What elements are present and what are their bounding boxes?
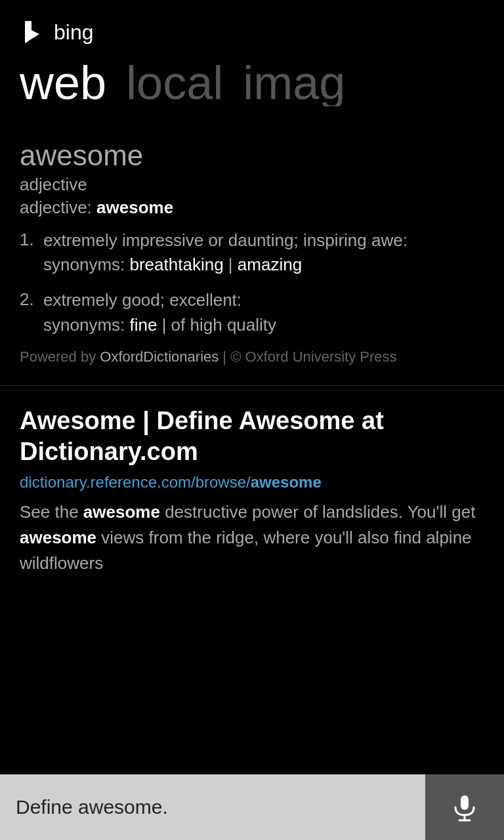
word-adjective-label: adjective: awesome bbox=[20, 198, 484, 218]
microphone-icon bbox=[450, 793, 479, 822]
definitions-list: 1. extremely impressive or daunting; ins… bbox=[20, 228, 484, 335]
svg-rect-1 bbox=[461, 795, 469, 810]
result-title[interactable]: Awesome | Define Awesome at Dictionary.c… bbox=[20, 406, 484, 468]
bing-logo-icon bbox=[20, 18, 47, 46]
bing-label: bing bbox=[54, 20, 94, 45]
word-title: awesome bbox=[20, 139, 484, 172]
tab-images[interactable]: imag bbox=[243, 59, 345, 106]
powered-by-prefix: Powered by bbox=[20, 348, 100, 365]
url-keyword: awesome bbox=[251, 473, 322, 491]
synonyms-line-2: synonyms: fine | of high quality bbox=[43, 315, 484, 335]
bing-header: bing bbox=[0, 0, 504, 52]
oxford-dictionaries-link[interactable]: OxfordDictionaries bbox=[100, 348, 219, 365]
result-url[interactable]: dictionary.reference.com/browse/awesome bbox=[20, 473, 484, 492]
result-card: Awesome | Define Awesome at Dictionary.c… bbox=[0, 406, 504, 596]
mic-button[interactable] bbox=[425, 774, 504, 840]
search-input-area[interactable]: Define awesome. bbox=[0, 774, 425, 840]
synonym-amazing: amazing bbox=[238, 255, 302, 274]
def-text-1: extremely impressive or daunting; inspir… bbox=[43, 228, 484, 252]
definition-item-2: 2. extremely good; excellent: synonyms: … bbox=[20, 288, 484, 335]
tab-web[interactable]: web bbox=[20, 59, 106, 106]
def-text-2: extremely good; excellent: bbox=[43, 288, 484, 312]
definition-item-1: 1. extremely impressive or daunting; ins… bbox=[20, 228, 484, 275]
def-content-1: extremely impressive or daunting; inspir… bbox=[43, 228, 484, 275]
def-number-1: 1. bbox=[20, 228, 43, 275]
search-input-text[interactable]: Define awesome. bbox=[16, 796, 168, 818]
svg-marker-0 bbox=[25, 21, 39, 43]
synonym-fine: fine bbox=[130, 315, 158, 335]
result-snippet: See the awesome destructive power of lan… bbox=[20, 499, 484, 576]
synonym-breathtaking: breathtaking bbox=[130, 255, 224, 274]
powered-by: Powered by OxfordDictionaries | © Oxford… bbox=[0, 348, 504, 366]
word-pos: adjective bbox=[20, 175, 484, 195]
nav-tabs: web local imag bbox=[0, 59, 504, 106]
snippet-awesome-2: awesome bbox=[20, 528, 96, 547]
adjective-prefix: adjective: bbox=[20, 198, 96, 217]
dictionary-section: awesome adjective adjective: awesome 1. … bbox=[0, 119, 504, 335]
snippet-awesome-1: awesome bbox=[83, 502, 160, 522]
def-number-2: 2. bbox=[20, 288, 43, 335]
section-divider bbox=[0, 385, 504, 386]
adjective-word: awesome bbox=[96, 198, 173, 217]
powered-by-suffix: | © Oxford University Press bbox=[219, 348, 396, 365]
url-prefix: dictionary.reference.com/browse/ bbox=[20, 473, 251, 491]
tab-local[interactable]: local bbox=[126, 59, 223, 106]
search-bar: Define awesome. bbox=[0, 774, 504, 840]
def-content-2: extremely good; excellent: synonyms: fin… bbox=[43, 288, 484, 335]
synonym-high-quality: | of high quality bbox=[157, 315, 276, 335]
synonyms-line-1: synonyms: breathtaking | amazing bbox=[43, 255, 484, 275]
